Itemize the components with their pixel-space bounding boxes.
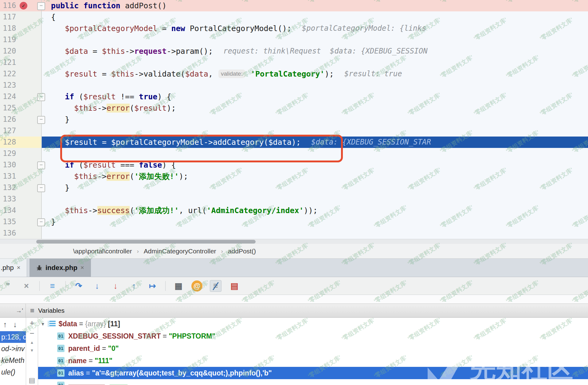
gutter[interactable]: 121 <box>0 57 42 68</box>
stack-frame-item[interactable]: p:128, o <box>0 331 26 343</box>
gutter[interactable]: 128 <box>0 137 42 148</box>
code-text-area[interactable] <box>42 34 588 46</box>
close-icon[interactable]: × <box>17 264 21 271</box>
execution-point-icon[interactable]: →' <box>16 307 23 314</box>
variable-row[interactable]: 01 <box>38 379 588 385</box>
variable-value: "0" <box>108 344 119 353</box>
scroll-down-icon[interactable]: ▼ <box>30 347 34 355</box>
variables-menu-icon[interactable]: ≡ <box>30 306 34 315</box>
code-text-area[interactable] <box>42 193 588 205</box>
gutter[interactable]: 132− <box>0 182 42 193</box>
code-text-area[interactable] <box>42 125 588 137</box>
next-frame-icon[interactable]: ↓ <box>13 320 17 329</box>
code-text-area[interactable]: $this->error('添加失败!'); <box>42 171 588 182</box>
code-text-area[interactable]: } <box>42 216 588 228</box>
force-step-into-icon[interactable]: ↓ <box>110 280 121 292</box>
code-text-area[interactable]: } <box>42 114 588 125</box>
gutter[interactable]: 127 <box>0 125 42 137</box>
code-segment: request <box>134 47 167 56</box>
code-segment: $result <box>134 104 167 113</box>
variable-row[interactable]: 01alias = "a'=&gt;array(&quot;test_by_cq… <box>38 367 588 379</box>
code-text-area[interactable]: $this->error($result); <box>42 102 588 114</box>
horizontal-scrollbar-thumb[interactable] <box>36 240 256 244</box>
code-text-area[interactable]: if ($result !== true) { <box>42 91 588 102</box>
previous-frame-icon[interactable]: ↑ <box>3 320 7 329</box>
gutter[interactable]: 122 <box>0 68 42 80</box>
fold-marker-icon[interactable]: − <box>37 161 45 169</box>
code-text-area[interactable]: if ($result === false) { <box>42 159 588 171</box>
code-editor[interactable]: 116✓− public function addPost()117 {118 … <box>0 0 588 239</box>
code-text-area[interactable] <box>42 148 588 159</box>
code-line-126: 126− } <box>0 114 588 125</box>
stack-frame-item[interactable]: od->inv <box>0 343 26 355</box>
breadcrumb-item[interactable]: addPost() <box>228 248 256 255</box>
step-into-icon[interactable]: ↓ <box>92 280 103 292</box>
variable-row[interactable]: 01name = "111" <box>38 355 588 367</box>
gutter[interactable]: 119 <box>0 34 42 46</box>
fold-marker-icon[interactable]: − <box>37 2 45 10</box>
step-over-icon[interactable]: ↷ <box>73 280 84 292</box>
run-to-cursor-icon[interactable]: ↦ <box>147 280 158 292</box>
variable-row-root[interactable]: ▼$data = {array} [11] <box>38 318 588 330</box>
restore-layout-icon[interactable]: ▤ <box>229 280 240 292</box>
watch-return-values-icon[interactable]: @ <box>191 280 202 292</box>
fold-marker-icon[interactable]: − <box>37 116 45 124</box>
toolbar-fragment-quote-icon[interactable]: " <box>2 280 14 292</box>
inline-values-icon[interactable]: ≡ <box>210 280 221 292</box>
code-text-area[interactable] <box>42 80 588 91</box>
code-text-area[interactable]: $data = $this->request->param();request:… <box>42 46 588 57</box>
code-line-122: 122 $result = $this->validate($data, val… <box>0 68 588 80</box>
fold-column: − <box>29 114 41 125</box>
fold-marker-icon[interactable]: − <box>37 93 45 101</box>
breakpoint-icon[interactable]: ✓ <box>20 2 27 10</box>
gutter[interactable]: 133 <box>0 193 42 205</box>
gutter[interactable]: 129 <box>0 148 42 159</box>
remove-watch-icon[interactable]: − <box>29 328 34 339</box>
code-text-area[interactable]: public function addPost() <box>42 0 588 11</box>
stack-frame-item[interactable]: keMeth <box>0 355 26 366</box>
variable-row[interactable]: 01parent_id = "0" <box>38 342 588 355</box>
gutter[interactable]: 136 <box>0 228 42 239</box>
close-icon[interactable]: × <box>80 264 84 271</box>
step-out-icon[interactable]: ↑ <box>128 280 139 292</box>
gutter[interactable]: 118 <box>0 23 42 34</box>
breadcrumb-item[interactable]: \app\portal\controller <box>73 248 132 255</box>
gutter[interactable]: 135− <box>0 216 42 228</box>
toolbar-fragment-close-icon[interactable]: × <box>21 280 32 292</box>
horizontal-scrollbar-track[interactable] <box>0 239 588 244</box>
variable-row[interactable]: 01XDEBUG_SESSION_START = "PHPSTORM" <box>38 330 588 342</box>
gutter[interactable]: 116✓− <box>0 0 42 11</box>
layout-menu-icon[interactable]: ≡ <box>47 280 58 292</box>
copy-stack-icon[interactable]: ▤ <box>29 376 35 384</box>
code-text-area[interactable] <box>42 57 588 68</box>
tab-index-php[interactable]: index.php × <box>29 259 91 277</box>
code-segment <box>246 69 251 78</box>
code-text-area[interactable]: $this->success('添加成功!', url('AdminCatego… <box>42 205 588 216</box>
code-content: $data = $this->request->param(); <box>42 46 213 57</box>
gutter[interactable]: 134 <box>0 205 42 216</box>
gutter[interactable]: 131 <box>0 171 42 182</box>
gutter[interactable]: 124− <box>0 91 42 102</box>
expander-icon[interactable]: ▼ <box>41 321 45 327</box>
gutter[interactable]: 123 <box>0 80 42 91</box>
scroll-up-icon[interactable]: ▲ <box>30 339 34 347</box>
gutter[interactable]: 125 <box>0 102 42 114</box>
evaluate-expression-icon[interactable]: ▦ <box>173 280 184 292</box>
fold-marker-icon[interactable]: − <box>37 218 45 226</box>
code-text-area[interactable]: { <box>42 11 588 23</box>
code-segment <box>42 161 65 169</box>
breadcrumb-item[interactable]: AdminCategoryController <box>144 248 216 255</box>
stack-frame-item[interactable]: ule() <box>0 366 26 378</box>
add-watch-icon[interactable]: + <box>29 318 34 328</box>
code-text-area[interactable] <box>42 228 588 239</box>
code-text-area[interactable]: $result = $portalCategoryModel->addCateg… <box>42 137 588 148</box>
code-text-area[interactable]: } <box>42 182 588 193</box>
tab-partial-php[interactable]: .php × <box>0 259 27 277</box>
gutter[interactable]: 117 <box>0 11 42 23</box>
gutter[interactable]: 130− <box>0 159 42 171</box>
code-text-area[interactable]: $result = $this->validate($data, validat… <box>42 68 588 80</box>
gutter[interactable]: 126− <box>0 114 42 125</box>
code-text-area[interactable]: $portalCategoryModel = new PortalCategor… <box>42 23 588 34</box>
gutter[interactable]: 120 <box>0 46 42 57</box>
fold-marker-icon[interactable]: − <box>37 184 45 192</box>
